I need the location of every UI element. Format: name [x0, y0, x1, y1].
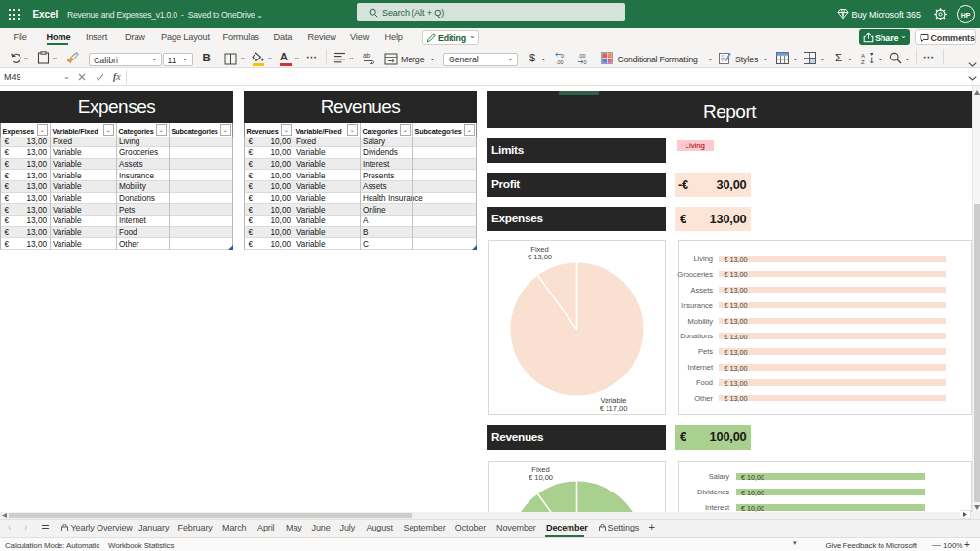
svg-text:ab: ab — [363, 52, 371, 59]
svg-text:A: A — [861, 53, 865, 59]
svg-text:.00: .00 — [578, 53, 586, 59]
svg-text:0: 0 — [584, 59, 587, 65]
svg-text:.00: .00 — [556, 59, 564, 65]
svg-text:Z: Z — [861, 59, 865, 64]
svg-text:0: 0 — [561, 53, 564, 59]
